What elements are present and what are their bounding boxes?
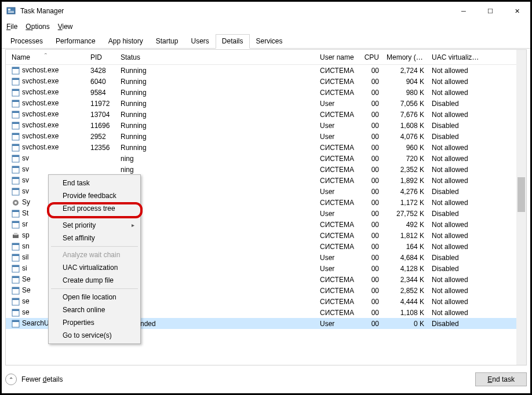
process-icon [12, 67, 20, 75]
window-title: Task Manager [20, 7, 64, 15]
footer: ⌃ Fewer details End task [5, 369, 527, 390]
process-icon [12, 210, 20, 218]
process-icon [12, 78, 20, 86]
column-headers: Name⌃ PID Status User name CPU Memory (a… [6, 50, 526, 65]
minimize-button[interactable]: ─ [450, 2, 477, 20]
tab-performance[interactable]: Performance [49, 34, 102, 48]
header-uac[interactable]: UAC virtualizat... [428, 53, 486, 61]
header-memory[interactable]: Memory (a... [383, 53, 428, 61]
table-row[interactable]: svchost.exe13704RunningСИСТЕМА007,676 KN… [6, 109, 526, 120]
svg-rect-15 [12, 122, 19, 124]
process-icon [12, 320, 20, 328]
scrollbar[interactable] [516, 50, 526, 365]
process-icon [12, 122, 20, 130]
tab-startup[interactable]: Startup [150, 34, 185, 48]
menu-set-priority[interactable]: Set priority▸ [50, 219, 139, 232]
svg-rect-2 [8, 11, 14, 12]
svg-rect-1 [8, 9, 10, 10]
process-icon [12, 232, 20, 240]
menu-options[interactable]: Options [25, 23, 49, 31]
fewer-details-toggle[interactable]: ⌃ Fewer details [5, 374, 63, 385]
svg-rect-45 [12, 287, 19, 289]
process-icon [12, 243, 20, 251]
table-row[interactable]: svchost.exe12356RunningСИСТЕМА00960 KNot… [6, 142, 526, 153]
header-status[interactable]: Status [117, 53, 316, 61]
tab-details[interactable]: Details [216, 34, 250, 49]
sort-indicator-icon: ⌃ [43, 53, 48, 58]
menu-open-file-location[interactable]: Open file location [50, 291, 139, 303]
close-button[interactable]: ✕ [504, 2, 530, 20]
table-row[interactable]: svchost.exe11696RunningUser001,608 KDisa… [6, 120, 526, 131]
process-icon [12, 111, 20, 119]
window-controls: ─ ☐ ✕ [450, 2, 530, 20]
svg-rect-27 [12, 188, 19, 190]
header-username[interactable]: User name [316, 53, 360, 61]
svg-rect-17 [12, 133, 19, 135]
svg-rect-3 [8, 12, 14, 13]
process-icon [12, 254, 20, 262]
svg-rect-43 [12, 276, 19, 278]
svg-rect-31 [12, 210, 19, 212]
header-pid[interactable]: PID [87, 53, 117, 61]
svg-rect-37 [12, 243, 19, 245]
table-row[interactable]: svningСИСТЕМА00720 KNot allowed [6, 153, 526, 164]
menu-create-dump-file[interactable]: Create dump file [50, 274, 139, 287]
maximize-button[interactable]: ☐ [477, 2, 504, 20]
menu-view[interactable]: View [58, 23, 73, 31]
svg-rect-51 [12, 320, 19, 322]
svg-rect-0 [7, 8, 15, 14]
titlebar: Task Manager ─ ☐ ✕ [2, 2, 530, 20]
process-icon [12, 221, 20, 229]
menu-set-affinity[interactable]: Set affinity [50, 232, 139, 244]
header-cpu[interactable]: CPU [360, 53, 383, 61]
taskmanager-icon [6, 6, 16, 16]
tab-app-history[interactable]: App history [102, 34, 150, 48]
table-row[interactable]: svchost.exe6040RunningСИСТЕМА00904 KNot … [6, 76, 526, 87]
svg-rect-13 [12, 111, 19, 113]
process-icon [12, 177, 20, 185]
process-icon [12, 166, 20, 174]
menu-uac-virtualization[interactable]: UAC virtualization [50, 261, 139, 274]
table-row[interactable]: svchost.exe11972RunningUser007,056 KDisa… [6, 98, 526, 109]
process-icon [12, 188, 20, 196]
menu-go-to-services[interactable]: Go to service(s) [50, 329, 139, 342]
menu-separator [51, 246, 138, 247]
process-icon [12, 155, 20, 163]
table-row[interactable]: svchost.exe9584RunningСИСТЕМА00980 KNot … [6, 87, 526, 98]
menu-file[interactable]: File [6, 23, 17, 31]
process-icon [12, 144, 20, 152]
tab-strip: Processes Performance App history Startu… [2, 34, 530, 49]
header-name[interactable]: Name⌃ [6, 53, 87, 61]
scrollbar-thumb[interactable] [518, 177, 525, 212]
table-row[interactable]: svchost.exe2952RunningUser004,076 KDisab… [6, 131, 526, 142]
menu-analyze-wait-chain: Analyze wait chain [50, 248, 139, 261]
menu-search-online[interactable]: Search online [50, 303, 139, 316]
tab-processes[interactable]: Processes [4, 34, 49, 48]
menu-end-process-tree[interactable]: End process tree [50, 202, 139, 215]
menubar: File Options View [2, 20, 530, 33]
process-icon [12, 133, 20, 141]
table-row[interactable]: svchost.exe3428RunningСИСТЕМА002,724 KNo… [6, 65, 526, 76]
table-row[interactable]: svningСИСТЕМА002,352 KNot allowed [6, 164, 526, 175]
svg-rect-47 [12, 298, 19, 300]
menu-provide-feedback[interactable]: Provide feedback [50, 189, 139, 202]
process-icon [12, 199, 20, 207]
process-icon [12, 100, 20, 108]
chevron-right-icon: ▸ [132, 222, 134, 228]
process-icon [12, 298, 20, 306]
tab-services[interactable]: Services [250, 34, 289, 48]
svg-point-29 [14, 202, 17, 204]
menu-properties[interactable]: Properties [50, 316, 139, 329]
process-icon [12, 309, 20, 317]
svg-rect-39 [12, 254, 19, 256]
end-task-button[interactable]: End task [475, 372, 527, 386]
process-icon [12, 89, 20, 97]
menu-end-task[interactable]: End task [50, 177, 139, 189]
process-icon [12, 276, 20, 284]
svg-rect-21 [12, 155, 19, 157]
svg-rect-33 [12, 221, 19, 223]
menu-separator [51, 217, 138, 217]
svg-rect-41 [12, 265, 19, 267]
context-menu: End task Provide feedback End process tr… [48, 174, 141, 344]
tab-users[interactable]: Users [184, 34, 215, 48]
